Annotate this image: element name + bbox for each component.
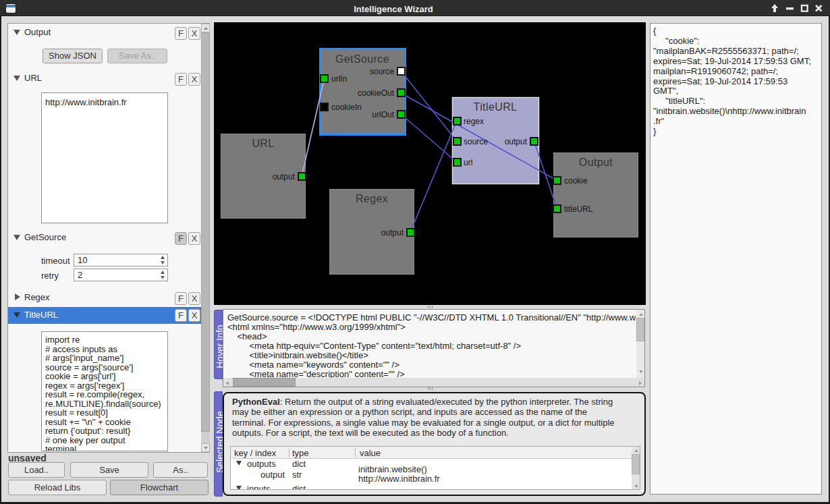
svg-text:urlOut: urlOut xyxy=(372,110,394,119)
svg-text:cookie: cookie xyxy=(564,176,588,186)
svg-text:source: source xyxy=(464,137,488,146)
svg-text:TitleURL: TitleURL xyxy=(474,101,518,113)
svg-text:cookieIn: cookieIn xyxy=(331,103,362,112)
svg-text:urlIn: urlIn xyxy=(331,74,347,84)
svg-text:URL: URL xyxy=(252,138,274,149)
svg-text:Output: Output xyxy=(579,157,613,168)
svg-text:output: output xyxy=(381,228,404,237)
svg-text:GetSource: GetSource xyxy=(335,53,389,65)
svg-text:regex: regex xyxy=(464,117,484,126)
svg-text:output: output xyxy=(273,172,296,181)
svg-text:source: source xyxy=(370,67,394,76)
svg-text:cookieOut: cookieOut xyxy=(358,88,395,98)
svg-text:url: url xyxy=(464,158,472,167)
svg-text:titleURL: titleURL xyxy=(564,204,593,214)
svg-text:Regex: Regex xyxy=(356,193,388,204)
svg-text:output: output xyxy=(505,137,528,146)
